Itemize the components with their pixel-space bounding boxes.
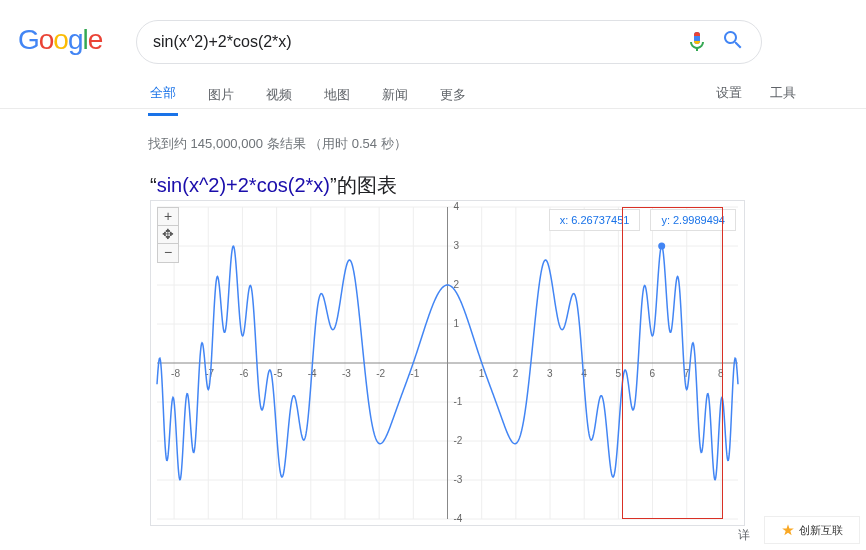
highlight-rect	[622, 207, 723, 519]
tab-more[interactable]: 更多	[438, 86, 468, 115]
zoom-controls: + ✥ −	[157, 207, 179, 263]
link-settings[interactable]: 设置	[716, 84, 742, 102]
detail-link[interactable]: 详	[738, 527, 750, 544]
chart-container[interactable]: -8-7-6-5-4-3-2-112345678-4-3-2-11234 + ✥…	[150, 200, 745, 526]
svg-text:2: 2	[513, 368, 519, 379]
svg-text:2: 2	[454, 279, 460, 290]
tab-news[interactable]: 新闻	[380, 86, 410, 115]
zoom-in-button[interactable]: +	[158, 208, 178, 226]
search-icon[interactable]	[721, 28, 745, 56]
footer-brand: 创新互联	[764, 516, 860, 544]
zoom-out-button[interactable]: −	[158, 244, 178, 262]
svg-text:-6: -6	[239, 368, 248, 379]
tabs-right: 设置 工具	[716, 84, 796, 102]
tab-all[interactable]: 全部	[148, 84, 178, 116]
svg-text:-4: -4	[454, 513, 463, 524]
chart-title-link[interactable]: sin(x^2)+2*cos(2*x)	[157, 174, 330, 196]
svg-text:-1: -1	[454, 396, 463, 407]
svg-text:-3: -3	[342, 368, 351, 379]
google-logo[interactable]: Google	[18, 24, 102, 56]
search-tabs: 全部 图片 视频 地图 新闻 更多	[148, 84, 758, 116]
chart-title: “sin(x^2)+2*cos(2*x)”的图表	[150, 172, 397, 199]
svg-text:4: 4	[454, 201, 460, 212]
svg-text:3: 3	[547, 368, 553, 379]
tab-videos[interactable]: 视频	[264, 86, 294, 115]
svg-text:-5: -5	[274, 368, 283, 379]
svg-text:-2: -2	[454, 435, 463, 446]
svg-text:-3: -3	[454, 474, 463, 485]
tab-images[interactable]: 图片	[206, 86, 236, 115]
mic-icon[interactable]	[685, 30, 709, 54]
search-bar	[136, 20, 762, 64]
svg-text:5: 5	[615, 368, 621, 379]
svg-text:-8: -8	[171, 368, 180, 379]
pan-button[interactable]: ✥	[158, 226, 178, 244]
svg-text:3: 3	[454, 240, 460, 251]
svg-text:-2: -2	[376, 368, 385, 379]
star-icon	[781, 523, 795, 537]
svg-text:1: 1	[454, 318, 460, 329]
link-tools[interactable]: 工具	[770, 84, 796, 102]
search-input[interactable]	[153, 33, 685, 51]
tab-maps[interactable]: 地图	[322, 86, 352, 115]
svg-text:-1: -1	[410, 368, 419, 379]
result-stats: 找到约 145,000,000 条结果 （用时 0.54 秒）	[148, 135, 407, 153]
